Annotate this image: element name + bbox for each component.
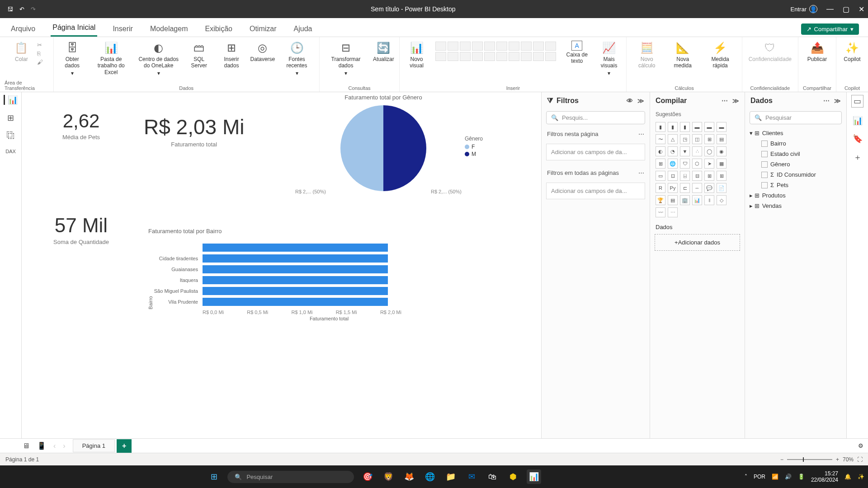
taskbar-search[interactable]: 🔍 Pesquisar xyxy=(227,471,354,483)
sensitivity-button[interactable]: 🛡Confidencialidade xyxy=(747,40,793,63)
taskbar-app-2[interactable]: ⬢ xyxy=(506,469,520,484)
tab-ajuda[interactable]: Ajuda xyxy=(292,21,314,37)
field-pets[interactable]: Σ Pets xyxy=(750,180,842,190)
save-icon[interactable]: 🖫 xyxy=(7,6,13,13)
more-icon[interactable]: ⋯ xyxy=(638,169,644,176)
mobile-view-icon[interactable]: 📱 xyxy=(37,441,46,450)
more-icon[interactable]: ⋯ xyxy=(638,131,644,137)
table-view-icon[interactable]: ⊞ xyxy=(7,113,14,123)
get-data-button[interactable]: 🗄Obter dados▾ xyxy=(58,40,86,77)
taskbar-app-1[interactable]: 🎯 xyxy=(360,469,375,484)
share-button[interactable]: ↗ Compartilhar ▾ xyxy=(801,23,859,35)
tab-modelagem[interactable]: Modelagem xyxy=(148,21,190,37)
rail-add-icon[interactable]: ＋ xyxy=(854,152,862,163)
more-icon[interactable]: ⋯ xyxy=(722,97,728,104)
refresh-button[interactable]: 🔄Atualizar xyxy=(372,40,395,63)
taskbar-brave[interactable]: 🦁 xyxy=(381,469,396,484)
start-button[interactable]: ⊞ xyxy=(207,469,221,484)
filter-search[interactable]: 🔍 Pesquis... xyxy=(546,111,645,124)
more-icon[interactable]: ⋯ xyxy=(823,97,830,104)
battery-icon[interactable]: 🔋 xyxy=(798,474,805,480)
paste-button[interactable]: 📋 Colar xyxy=(10,40,33,63)
recent-button[interactable]: 🕒Fontes recentes▾ xyxy=(279,40,314,77)
dax-view-icon[interactable]: DAX xyxy=(5,149,16,154)
card-media-pets[interactable]: 2,62 Média de Pets xyxy=(62,110,100,141)
redo-icon[interactable]: ↷ xyxy=(31,6,36,13)
field-estado-civil[interactable]: Estado civil xyxy=(750,149,842,159)
taskbar-powerbi[interactable]: 📊 xyxy=(527,469,541,484)
visual-gallery-ribbon[interactable] xyxy=(434,40,558,63)
zoom-slider[interactable] xyxy=(787,459,832,460)
sql-button[interactable]: 🗃SQL Server xyxy=(186,40,212,70)
minimize-button[interactable]: — xyxy=(826,5,834,13)
tab-pagina-inicial[interactable]: Página Inicial xyxy=(51,20,97,37)
volume-icon[interactable]: 🔊 xyxy=(785,474,792,480)
add-data-button[interactable]: +Adicionar dados xyxy=(655,234,740,251)
format-painter-icon[interactable]: 🖌 xyxy=(37,59,43,66)
textbox-button[interactable]: ACaixa de texto xyxy=(562,40,592,66)
page-tab-1[interactable]: Página 1 xyxy=(73,439,115,452)
close-button[interactable]: ✕ xyxy=(859,5,864,14)
maximize-button[interactable]: ▢ xyxy=(843,5,849,14)
excel-button[interactable]: 📊Pasta de trabalho do Excel xyxy=(91,40,132,76)
desktop-view-icon[interactable]: 🖥 xyxy=(23,442,30,450)
filter-drop-all[interactable]: Adicionar os campos de da... xyxy=(546,183,645,199)
tab-exibicao[interactable]: Exibição xyxy=(203,21,234,37)
eye-icon[interactable]: 👁 xyxy=(627,97,633,104)
card-faturamento[interactable]: R$ 2,03 Mi Faturamento total xyxy=(144,115,244,148)
onelake-button[interactable]: ◐Centro de dados do OneLake▾ xyxy=(136,40,181,77)
taskbar-explorer[interactable]: 📁 xyxy=(443,469,458,484)
report-view-icon[interactable]: 📊 xyxy=(4,95,18,105)
taskbar-firefox[interactable]: 🦊 xyxy=(402,469,416,484)
tab-inserir[interactable]: Inserir xyxy=(111,21,134,37)
signin-button[interactable]: Entrar 👤 xyxy=(791,5,817,13)
field-bairro[interactable]: Bairro xyxy=(750,138,842,149)
notifications-icon[interactable]: 🔔 xyxy=(844,474,851,480)
tray-lang[interactable]: POR xyxy=(754,474,765,480)
tray-copilot-icon[interactable]: ✨ xyxy=(858,474,864,480)
transform-button[interactable]: ⊟Transformar dados▾ xyxy=(324,40,368,77)
more-visuals-button[interactable]: 📈Mais visuais▾ xyxy=(596,40,622,77)
report-canvas[interactable]: 2,62 Média de Pets R$ 2,03 Mi Faturament… xyxy=(22,92,541,438)
cut-icon[interactable]: ✂ xyxy=(37,42,43,48)
tray-clock[interactable]: 15:27 22/08/2024 xyxy=(811,470,838,483)
bar-chart[interactable]: Faturamento total por Bairro Bairro Cida… xyxy=(148,228,456,372)
dataverse-button[interactable]: ◎Dataverse xyxy=(251,40,275,63)
new-calc-button[interactable]: 🧮Novo cálculo xyxy=(631,40,662,70)
collapse-icon[interactable]: ≫ xyxy=(834,97,841,104)
add-page-button[interactable]: + xyxy=(117,439,132,453)
rail-item-2[interactable]: 📊 xyxy=(853,116,863,126)
taskbar-chrome[interactable]: 🌐 xyxy=(423,469,437,484)
copy-icon[interactable]: ⎘ xyxy=(37,50,43,57)
enter-data-button[interactable]: ⊞Inserir dados xyxy=(217,40,246,70)
visualizations-gallery[interactable]: ▮▮▮▬▬▬ 〜△◳◫⊞▤ ◐◔▼∴◯◉ ⊞🌐🛡⬡➤▦ ▭⊡⌸⊟⊞⊞ RPy⊏↔… xyxy=(650,119,745,220)
tray-chevron-icon[interactable]: ˄ xyxy=(745,474,747,480)
filter-drop-page[interactable]: Adicionar os campos de da... xyxy=(546,144,645,160)
settings-icon[interactable]: ⚙ xyxy=(858,442,863,449)
rail-item-3[interactable]: 🔖 xyxy=(853,134,863,144)
collapse-icon[interactable]: ≫ xyxy=(732,97,739,104)
pie-chart[interactable]: Faturamento total por Gênero Gênero F M … xyxy=(252,94,514,221)
field-id-consumidor[interactable]: Σ ID Consumidor xyxy=(750,169,842,180)
table-clientes[interactable]: ▾ ⊞ Clientes xyxy=(750,128,842,138)
taskbar-store[interactable]: 🛍 xyxy=(485,469,500,484)
data-search[interactable]: 🔍 Pesquisar xyxy=(750,111,842,124)
rail-item-1[interactable]: ▭ xyxy=(851,95,863,108)
card-quantidade[interactable]: 57 Mil Soma de Quantidade xyxy=(53,214,109,245)
field-genero[interactable]: Gênero xyxy=(750,159,842,169)
zoom-out[interactable]: − xyxy=(780,456,783,463)
model-view-icon[interactable]: ⿻ xyxy=(7,131,15,141)
fit-page-icon[interactable]: ⛶ xyxy=(857,456,863,463)
publish-button[interactable]: 📤Publicar xyxy=(806,40,829,63)
taskbar-outlook[interactable]: ✉ xyxy=(464,469,479,484)
undo-icon[interactable]: ↶ xyxy=(19,6,24,13)
new-visual-button[interactable]: 📊Novo visual xyxy=(404,40,429,70)
tab-otimizar[interactable]: Otimizar xyxy=(248,21,278,37)
zoom-in[interactable]: + xyxy=(836,456,839,463)
collapse-icon[interactable]: ≫ xyxy=(637,97,644,104)
table-produtos[interactable]: ▸ ⊞ Produtos xyxy=(750,190,842,201)
tab-arquivo[interactable]: Arquivo xyxy=(9,21,37,37)
next-page-icon[interactable]: › xyxy=(63,442,65,450)
prev-page-icon[interactable]: ‹ xyxy=(53,442,56,450)
copilot-button[interactable]: ✨Copilot xyxy=(841,40,863,63)
